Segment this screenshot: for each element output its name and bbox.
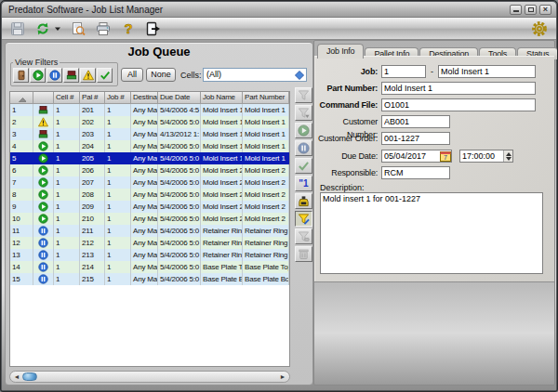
cell: 5/4/2006 5:0: [158, 273, 201, 285]
table-row[interactable]: 112011Any Mac5/4/2006 4:5Mold Insert 1Mo…: [10, 104, 289, 116]
cell: Mold Insert 2: [201, 164, 243, 176]
responsible-input[interactable]: [381, 166, 450, 179]
spinner-up-icon[interactable]: [506, 152, 512, 156]
table-row[interactable]: 1112111Any Mac5/4/2006 5:0Retainer RingR…: [10, 225, 289, 237]
restore-button[interactable]: [525, 5, 537, 15]
column-header-job-name[interactable]: Job Name: [201, 92, 243, 104]
dropdown-arrow-icon[interactable]: [53, 20, 61, 37]
filter-remove-icon[interactable]: [295, 105, 312, 121]
customer-number-input[interactable]: [381, 115, 450, 128]
play-icon: [33, 213, 54, 225]
part-number-row: Part Number:: [314, 82, 551, 95]
table-row[interactable]: 912091Any Mac5/4/2006 5:0Mold Insert 2Mo…: [10, 201, 289, 213]
refresh-icon[interactable]: [34, 20, 51, 37]
column-header-destina[interactable]: Destina: [131, 92, 158, 104]
cell: Retainer Ring: [243, 225, 289, 237]
filter-hold-icon[interactable]: [13, 68, 29, 83]
cell: Retainer Ring: [201, 249, 243, 261]
table-side-toolbar: "1: [295, 87, 313, 262]
cell: 1: [54, 104, 80, 116]
cell: 5/4/2006 5:0: [158, 201, 201, 213]
close-button[interactable]: ×: [539, 5, 551, 15]
job-number-input[interactable]: [381, 65, 426, 78]
cell: 209: [80, 201, 105, 213]
svg-text:?: ?: [124, 21, 132, 36]
dye-icon[interactable]: [295, 193, 312, 209]
filter-icon[interactable]: [295, 87, 312, 103]
column-header-status[interactable]: [33, 92, 54, 104]
scrollbar-thumb[interactable]: [22, 372, 37, 381]
filter-complete-icon[interactable]: [97, 68, 113, 83]
table-row[interactable]: 512051Any Mac5/4/2006 5:0Mold Insert 1Mo…: [10, 152, 289, 164]
filter-clear-icon[interactable]: [295, 229, 312, 244]
cell: 203: [80, 128, 105, 140]
cell: 8: [10, 189, 33, 201]
scroll-left-icon[interactable]: ◄: [12, 372, 21, 382]
save-icon[interactable]: [9, 20, 26, 37]
table-row[interactable]: 712071Any Mac5/4/2006 5:0Mold Insert 2Mo…: [10, 176, 289, 189]
table-row[interactable]: 1312131Any Mac5/4/2006 5:0Retainer RingR…: [10, 249, 289, 261]
horizontal-scrollbar[interactable]: ◄ ►: [9, 371, 290, 383]
filter-warning-icon[interactable]: [80, 68, 96, 83]
filter-machine-icon[interactable]: [63, 68, 79, 83]
cell: 6: [10, 164, 33, 176]
settings-gear-icon[interactable]: [530, 20, 549, 38]
cell: 1: [54, 249, 80, 261]
table-row[interactable]: 1412141Any Mac5/4/2006 5:0Base Plate Top…: [10, 261, 289, 273]
none-button[interactable]: None: [146, 68, 176, 82]
table-row[interactable]: 212021Any Mac5/4/2006 5:0Mold Insert 1Mo…: [10, 116, 289, 128]
cell: 5/4/2006 5:0: [158, 140, 201, 152]
print-preview-icon[interactable]: [70, 20, 86, 37]
table-row[interactable]: 412041Any Mac5/4/2006 5:0Mold Insert 1Mo…: [10, 140, 289, 152]
exit-icon[interactable]: [145, 20, 162, 37]
check-icon[interactable]: [295, 158, 312, 174]
table-row[interactable]: 1512151Any Mac5/4/2006 5:0Base Plate Bot…: [10, 273, 289, 285]
column-header-job[interactable]: Job #: [105, 92, 131, 104]
time-spinner[interactable]: [503, 150, 512, 162]
column-header-pal[interactable]: Pal #: [80, 92, 105, 104]
column-header-due-date[interactable]: Due Date: [158, 92, 201, 104]
cell: Any Mac: [131, 128, 158, 140]
cell: Mold Insert 2: [243, 164, 289, 176]
table-row[interactable]: 1012101Any Mac5/4/2006 5:0Mold Insert 2M…: [10, 213, 289, 225]
cell: 1: [54, 116, 80, 128]
column-header-part-number[interactable]: Part Number: [243, 92, 289, 104]
tab-job-info[interactable]: Job Info: [317, 44, 364, 59]
cell: 5: [10, 152, 33, 164]
table-row[interactable]: 612061Any Mac5/4/2006 5:0Mold Insert 2Mo…: [10, 164, 289, 176]
cell: 1: [54, 237, 80, 249]
cells-dropdown[interactable]: (All): [203, 68, 307, 82]
description-textarea[interactable]: Mold insert 1 for 001-1227: [320, 192, 543, 274]
minimize-button[interactable]: [510, 5, 522, 15]
trash-icon[interactable]: [295, 246, 312, 262]
spinner-down-icon[interactable]: [506, 157, 512, 161]
command-file-input[interactable]: [381, 98, 536, 111]
play-icon[interactable]: [295, 123, 312, 138]
filter-play-icon[interactable]: [30, 68, 46, 83]
column-header-cell[interactable]: Cell #: [54, 92, 80, 104]
table-row[interactable]: 312031Any Mac4/13/2012 1:Mold Insert 1Mo…: [10, 128, 289, 140]
main-toolbar: ?: [2, 18, 556, 40]
table-row[interactable]: 812081Any Mac5/4/2006 5:0Mold Insert 2Mo…: [10, 189, 289, 201]
pause-icon[interactable]: [295, 140, 312, 156]
scroll-right-icon[interactable]: ►: [278, 372, 287, 382]
cell: Retainer Ring: [201, 237, 243, 249]
all-button[interactable]: All: [121, 68, 143, 82]
cell: Mold Insert 1: [201, 140, 243, 152]
job-name-input[interactable]: [438, 65, 536, 78]
cell: 204: [80, 140, 105, 152]
customer-order-input[interactable]: [381, 132, 450, 145]
help-icon[interactable]: ?: [120, 20, 137, 37]
renumber-icon[interactable]: "1: [295, 176, 312, 191]
toolbar-buttons: ?: [9, 20, 170, 37]
calendar-icon[interactable]: 7: [439, 150, 451, 162]
cell: Mold Insert 1: [243, 104, 289, 116]
part-number-input[interactable]: [381, 82, 536, 95]
cell: Any Mac: [131, 201, 158, 213]
filter-edit-icon[interactable]: [295, 211, 312, 227]
column-header-rownum[interactable]: [10, 92, 33, 104]
filter-pause-icon[interactable]: [46, 68, 62, 83]
print-icon[interactable]: [95, 20, 112, 37]
table-row[interactable]: 1212121Any Mac5/4/2006 5:0Retainer RingR…: [10, 237, 289, 249]
cell: 1: [105, 164, 131, 176]
